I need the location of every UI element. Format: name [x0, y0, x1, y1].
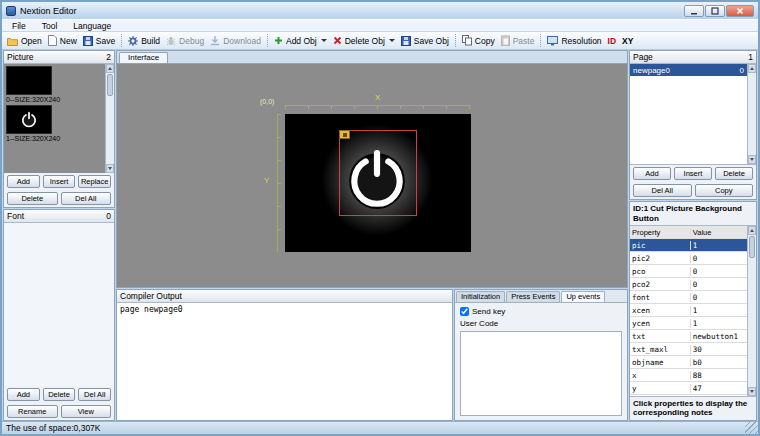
picture-replace-button[interactable]: Replace	[78, 175, 111, 188]
y-ruler	[277, 114, 281, 252]
property-column-header: Property	[630, 228, 691, 237]
table-row[interactable]: pic20	[630, 252, 747, 265]
toolbar-separator	[540, 34, 541, 47]
table-row[interactable]: txtnewbutton1	[630, 330, 747, 343]
copy-button[interactable]: Copy	[459, 34, 498, 47]
table-row[interactable]: txt_maxl30	[630, 343, 747, 356]
xy-toggle-button[interactable]: XY	[619, 35, 636, 47]
attributes-scrollbar[interactable]	[747, 226, 756, 396]
component-badge-icon	[339, 130, 350, 139]
menu-file[interactable]: File	[4, 21, 34, 31]
picture-item-label: 0--SIZE:320X240	[6, 96, 103, 103]
new-button[interactable]: New	[45, 34, 80, 47]
maximize-button[interactable]	[705, 5, 725, 17]
table-row[interactable]: y47	[630, 382, 747, 395]
close-button[interactable]	[726, 5, 754, 17]
tab-up-events[interactable]: Up events	[561, 291, 605, 302]
resize-grip[interactable]	[745, 422, 758, 435]
main-area: Picture 2 0--SIZE:320X240 1--SIZ	[2, 50, 758, 421]
picture-thumbnail-0[interactable]	[6, 66, 52, 95]
selection-rectangle[interactable]	[339, 130, 417, 216]
build-button[interactable]: Build	[125, 35, 163, 47]
scroll-down-icon[interactable]	[106, 164, 114, 173]
page-add-button[interactable]: Add	[633, 167, 671, 180]
menu-tool[interactable]: Tool	[34, 21, 66, 31]
picture-list-scrollbar[interactable]	[105, 64, 114, 173]
page-del-all-button[interactable]: Del All	[633, 184, 692, 197]
design-canvas[interactable]: (0,0) X Y	[116, 63, 628, 288]
compiler-output-header: Compiler Output	[117, 290, 452, 303]
new-page-icon	[48, 35, 57, 46]
table-row[interactable]: pco20	[630, 278, 747, 291]
table-row[interactable]: objnameb0	[630, 356, 747, 369]
open-button[interactable]: Open	[4, 35, 45, 47]
download-button[interactable]: Download	[207, 35, 264, 47]
font-rename-button[interactable]: Rename	[7, 405, 58, 418]
picture-del-all-button[interactable]: Del All	[61, 192, 112, 205]
events-tab-strip: Initialization Press Events Up events	[455, 290, 627, 303]
table-row[interactable]: ycen1	[630, 317, 747, 330]
debug-button[interactable]: Debug	[163, 35, 207, 47]
tab-interface[interactable]: Interface	[119, 52, 168, 63]
font-view-button[interactable]: View	[61, 405, 112, 418]
picture-item[interactable]: 0--SIZE:320X240	[6, 66, 103, 103]
page-list-scrollbar[interactable]	[747, 64, 756, 164]
menu-language[interactable]: Language	[65, 21, 119, 31]
send-key-checkbox[interactable]	[460, 307, 469, 316]
display-screen[interactable]	[285, 114, 471, 252]
page-insert-button[interactable]: Insert	[674, 167, 712, 180]
scroll-down-icon[interactable]	[748, 155, 756, 164]
open-folder-icon	[7, 36, 18, 46]
picture-add-button[interactable]: Add	[7, 175, 40, 188]
scroll-up-icon[interactable]	[106, 64, 114, 73]
chevron-down-icon	[389, 39, 395, 42]
font-add-button[interactable]: Add	[7, 388, 40, 401]
power-symbol-icon	[20, 111, 38, 129]
debug-bug-icon	[166, 36, 176, 46]
send-key-row[interactable]: Send key	[460, 307, 622, 316]
delete-obj-button[interactable]: Delete Obj	[330, 35, 398, 47]
delete-x-icon	[333, 36, 342, 45]
attributes-table: Property Value pic1 pic20 pco0 pco20 fon…	[630, 226, 756, 396]
save-button[interactable]: Save	[80, 35, 118, 47]
table-row[interactable]: x88	[630, 369, 747, 382]
save-obj-button[interactable]: Save Obj	[398, 35, 452, 47]
table-row[interactable]: pco0	[630, 265, 747, 278]
paste-button[interactable]: Paste	[498, 34, 538, 47]
user-code-input[interactable]	[460, 331, 622, 416]
page-delete-button[interactable]: Delete	[715, 167, 753, 180]
table-row[interactable]: font0	[630, 291, 747, 304]
toolbar-separator	[455, 34, 456, 47]
toolbar: Open New Save Build Debug Download Add O…	[2, 32, 758, 50]
font-del-all-button[interactable]: Del All	[78, 388, 111, 401]
resolution-button[interactable]: Resolution	[544, 35, 604, 47]
tab-press-events[interactable]: Press Events	[506, 291, 560, 302]
id-toggle-button[interactable]: ID	[605, 35, 620, 47]
picture-item-label: 1--SIZE:320X240	[6, 135, 103, 142]
close-icon	[736, 7, 744, 15]
scroll-down-icon[interactable]	[748, 387, 756, 396]
picture-thumbnail-1[interactable]	[6, 105, 52, 134]
picture-delete-button[interactable]: Delete	[7, 192, 58, 205]
font-delete-button[interactable]: Delete	[43, 388, 76, 401]
page-panel: Page 1 newpage0 0	[629, 50, 757, 200]
compiler-output-log[interactable]: page newpage0	[117, 303, 452, 420]
tab-initialization[interactable]: Initialization	[456, 291, 505, 302]
maximize-icon	[711, 7, 719, 15]
font-list[interactable]	[4, 223, 114, 386]
interface-tab-strip: Interface	[116, 50, 628, 63]
picture-insert-button[interactable]: Insert	[43, 175, 76, 188]
scroll-up-icon[interactable]	[748, 226, 756, 235]
add-obj-button[interactable]: Add Obj	[271, 35, 330, 47]
origin-label: (0,0)	[260, 98, 274, 105]
picture-item[interactable]: 1--SIZE:320X240	[6, 105, 103, 142]
page-list-item[interactable]: newpage0 0	[630, 64, 747, 76]
value-column-header: Value	[691, 228, 747, 237]
window-title: Nextion Editor	[20, 6, 77, 16]
scroll-up-icon[interactable]	[748, 64, 756, 73]
page-copy-button[interactable]: Copy	[695, 184, 754, 197]
minimize-button[interactable]	[684, 5, 704, 17]
attributes-help-text: Click properties to display the correspo…	[630, 396, 756, 420]
table-row[interactable]: xcen1	[630, 304, 747, 317]
table-row[interactable]: pic1	[630, 239, 747, 252]
